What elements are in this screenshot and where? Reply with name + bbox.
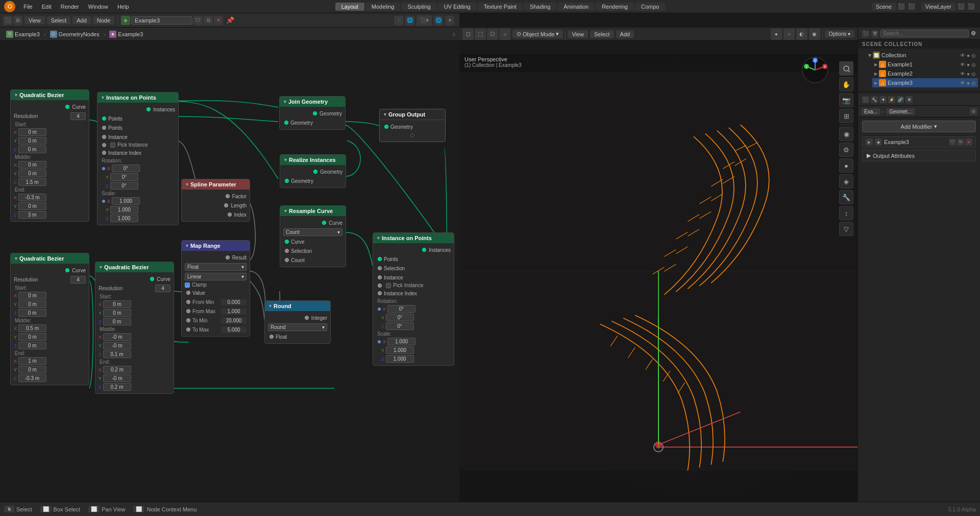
ex3-vis-cam[interactable]: ● — [967, 80, 970, 86]
qb2-end-z[interactable]: -0.3 m — [18, 374, 46, 382]
mr-tomin-val[interactable]: 20.000 — [221, 317, 247, 324]
mr-interp-dropdown[interactable]: Linear ▾ — [185, 273, 247, 280]
qb1-curve-socket[interactable] — [65, 105, 69, 109]
iop1-points-in[interactable] — [102, 116, 106, 121]
ne-chevron-icon[interactable]: ▾ — [445, 16, 454, 25]
qb2-end-y[interactable]: 0 m — [18, 366, 46, 373]
iop2-instindex-in[interactable] — [378, 291, 382, 295]
iop2-rotx-val[interactable]: 0° — [387, 305, 415, 313]
ne-sync-icon[interactable]: ↑ — [394, 16, 403, 25]
jg-geom-out[interactable] — [313, 111, 317, 115]
iop1-rotx-val[interactable]: 0° — [112, 165, 140, 172]
node-quad-bezier-3[interactable]: ▾ Quadratic Bezier Curve Resolution 4 St… — [95, 262, 174, 394]
ne-globe-icon[interactable]: 🌐 — [405, 16, 414, 25]
jg-geom-in[interactable] — [284, 121, 288, 125]
qb1-start-x[interactable]: 0 m — [18, 128, 46, 136]
qb1-start-y[interactable]: 0 m — [18, 137, 46, 145]
iop2-instance-in[interactable] — [378, 275, 382, 279]
qb3-end-y[interactable]: -0 m — [103, 374, 131, 382]
outliner-item-example1[interactable]: ▶ △ Example1 👁 ● ◎ — [872, 60, 978, 69]
vp-shading-solid-btn[interactable]: ● — [771, 29, 782, 40]
rc-count-in[interactable] — [285, 258, 289, 262]
sp-index-out[interactable] — [228, 213, 232, 217]
collection-vis-eye[interactable]: 👁 — [960, 53, 965, 58]
ne-grid-icon[interactable]: ⊞ — [13, 16, 22, 25]
qb3-resolution[interactable]: 4 — [155, 285, 170, 292]
mr-value-in[interactable] — [186, 291, 190, 295]
mr-clamp-checkbox[interactable]: ✓ — [185, 283, 190, 288]
iop2-instances-out[interactable] — [422, 248, 426, 252]
ne-close-icon[interactable]: ✕ — [214, 16, 223, 25]
vt-cursor-icon[interactable]: ↕ — [839, 206, 853, 220]
qb1-mid-z[interactable]: 1.5 m — [18, 178, 46, 186]
ne-node-btn[interactable]: Node — [93, 16, 114, 25]
outliner-item-example2[interactable]: ▶ △ Example2 👁 ● ◎ — [872, 69, 978, 78]
mod-close-icon[interactable]: ✕ — [965, 138, 972, 146]
qb3-start-x[interactable]: 0 m — [103, 300, 131, 308]
qb3-start-z[interactable]: 0 m — [103, 318, 131, 325]
mod-shield-icon[interactable]: 🛡 — [949, 138, 956, 146]
ex2-vis-render[interactable]: ◎ — [971, 71, 976, 77]
mod-copy-icon[interactable]: ⧉ — [957, 138, 964, 146]
qb3-end-x[interactable]: 0.2 m — [103, 366, 131, 373]
vp-shading-mat-btn[interactable]: ◐ — [796, 29, 807, 40]
qb2-mid-y[interactable]: 0 m — [18, 333, 46, 341]
node-resample-curve[interactable]: ▾ Resample Curve Curve Count ▾ Curve — [280, 205, 346, 267]
go-geom-in[interactable] — [384, 125, 388, 129]
vp-shading-render-btn[interactable]: ◉ — [809, 29, 820, 40]
vt-camera-icon[interactable]: 📷 — [839, 93, 853, 107]
props-bc-1[interactable]: Exa... — [861, 108, 880, 115]
tab-modeling[interactable]: Modeling — [365, 3, 401, 11]
ne-add-btn[interactable]: Add — [72, 16, 91, 25]
round-integer-out[interactable] — [305, 316, 309, 320]
tab-uvediting[interactable]: UV Editing — [438, 3, 477, 11]
qb1-end-y[interactable]: 0 m — [18, 202, 46, 210]
tab-shading[interactable]: Shading — [524, 3, 556, 11]
mr-frommin-val[interactable]: 0.000 — [221, 299, 247, 306]
qb2-end-x[interactable]: 1 m — [18, 357, 46, 365]
outliner-item-collection[interactable]: ▶ ⬜ Collection 👁 ● ◎ — [866, 51, 978, 60]
outliner-filter-icon[interactable]: ▽ — [871, 30, 878, 37]
vt-scene-icon[interactable]: ◉ — [839, 127, 853, 141]
breadcrumb-item-geonodes[interactable]: ⬡ GeometryNodes — [48, 30, 102, 39]
node-round[interactable]: ▾ Round Integer Round ▾ Float — [264, 300, 331, 344]
iop1-scaley-val[interactable]: 1.000 — [110, 206, 138, 214]
vt-filter-icon[interactable]: ▽ — [839, 222, 853, 236]
qb2-resolution[interactable]: 4 — [70, 276, 86, 284]
node-map-range[interactable]: ▾ Map Range Result Float ▾ Linear — [181, 240, 250, 337]
qb3-start-y[interactable]: 0 m — [103, 309, 131, 317]
qb3-mid-x[interactable]: -0 m — [103, 333, 131, 341]
ri-geom-out[interactable] — [313, 170, 317, 174]
iop2-scaley-val[interactable]: 1.000 — [386, 346, 414, 354]
qb3-mid-z[interactable]: 0.1 m — [103, 350, 131, 358]
mr-tomax-val[interactable]: 5.000 — [221, 326, 247, 333]
iop2-pickinst-in[interactable] — [378, 284, 382, 288]
vp-lasso-icon[interactable]: ⬡ — [487, 29, 498, 40]
iop2-points-in[interactable] — [378, 257, 382, 261]
iop1-rotz-val[interactable]: 0° — [110, 182, 138, 190]
iop1-scalex-val[interactable]: 1.000 — [112, 197, 140, 205]
ne-copy-icon[interactable]: ⧉ — [204, 16, 213, 25]
iop1-selection-in[interactable] — [102, 126, 106, 130]
iop1-instance-in[interactable] — [102, 135, 106, 139]
node-quad-bezier-2[interactable]: ▾ Quadratic Bezier Curve Resolution 4 St… — [10, 253, 89, 385]
rc-mode-dropdown[interactable]: Count ▾ — [283, 228, 342, 236]
sp-factor-out[interactable] — [226, 194, 230, 198]
props-close-icon[interactable]: ✕ — [905, 96, 913, 103]
props-wrench-icon[interactable]: 🔧 — [871, 96, 878, 103]
iop2-scalex-val[interactable]: 1.000 — [387, 338, 415, 345]
tab-layout[interactable]: Layout — [335, 3, 364, 11]
ne-view-btn[interactable]: View — [24, 16, 45, 25]
ex1-vis-cam[interactable]: ● — [967, 62, 970, 67]
props-mode-icon[interactable]: ⬛ — [862, 96, 869, 103]
iop1-instindex-in[interactable] — [102, 151, 106, 155]
qb3-mid-y[interactable]: -0 m — [103, 342, 131, 349]
rc-selection-in[interactable] — [285, 249, 289, 253]
qb1-mid-y[interactable]: 0 m — [18, 170, 46, 177]
qb1-start-z[interactable]: 0 m — [18, 146, 46, 153]
round-float-in[interactable] — [270, 335, 274, 339]
vp-select-btn[interactable]: Select — [590, 30, 614, 38]
ne-pin-icon[interactable]: 📌 — [226, 16, 234, 24]
ne-shield-icon[interactable]: 🛡 — [193, 16, 203, 25]
props-bc-2[interactable]: Geomet... — [886, 108, 915, 115]
